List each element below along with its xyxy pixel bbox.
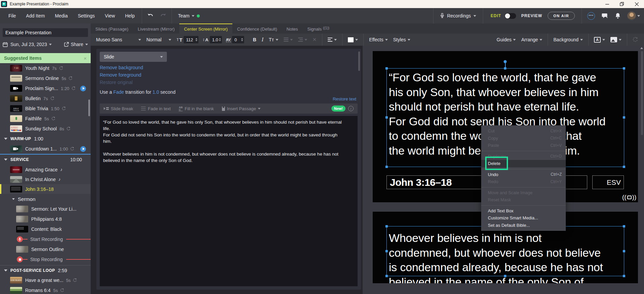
rotate-handle[interactable]	[504, 60, 507, 63]
remove-foreground-link[interactable]: Remove foreground	[100, 72, 141, 78]
info-icon[interactable]: i	[348, 106, 354, 111]
editor-scrollbar-thumb[interactable]	[358, 51, 360, 71]
line-height-input[interactable]	[212, 37, 218, 42]
minimize-icon[interactable]	[600, 0, 614, 8]
insert-image-button[interactable]	[608, 37, 624, 42]
section-service[interactable]: SERVICE 10:00	[0, 155, 91, 165]
tab-center-screen-mirror[interactable]: Center Screen (Mirror)	[179, 24, 232, 34]
context-menu-item-add-text-box[interactable]: Add Text Box	[481, 207, 566, 215]
font-size-input[interactable]	[186, 37, 195, 42]
menu-help[interactable]: Help	[120, 8, 140, 24]
presentation-date[interactable]: Sun, Jul 23, 2023	[10, 42, 47, 47]
preview-scrollbar-thumb[interactable]	[641, 51, 643, 135]
italic-button[interactable]: I	[259, 37, 266, 43]
sidebar-item-bulletin[interactable]: Bulletin 7s	[0, 93, 91, 103]
bible-version-text-box[interactable]: ESV	[592, 175, 624, 189]
tab-signals[interactable]: Signals ((1))	[303, 24, 334, 34]
letter-spacing-stepper[interactable]	[232, 36, 244, 43]
maximize-restore-icon[interactable]	[614, 0, 629, 8]
resize-handle[interactable]	[623, 275, 625, 277]
edit-preview-toggle[interactable]	[505, 13, 516, 19]
on-air-button[interactable]: ON AIR	[548, 12, 575, 20]
bold-button[interactable]: B	[250, 37, 259, 42]
play-button[interactable]	[80, 86, 86, 91]
context-menu-item-undo[interactable]: UndoCtrl+Z	[481, 171, 566, 178]
notifications-bell-icon[interactable]	[612, 13, 624, 19]
sidebar-item-start-recording[interactable]: Start Recording	[0, 234, 91, 244]
menu-view[interactable]: View	[100, 8, 120, 24]
sidebar-item-sunday-school[interactable]: Sunday School 8s	[0, 124, 91, 134]
sidebar-item-stop-recording[interactable]: Stop Recording	[0, 254, 91, 264]
context-menu-item-customize-smart-media[interactable]: Customize Smart Media...	[481, 214, 566, 222]
sidebar-item-sermon-outline[interactable]: Sermon Outline	[0, 244, 91, 254]
effects-dropdown[interactable]: Effects	[366, 37, 390, 42]
sidebar-item-bible-trivia[interactable]: Bible Trivia 1:50	[0, 103, 91, 114]
sidebar-item-amazing-grace[interactable]: Amazing Grace ♪	[0, 165, 91, 174]
resize-handle[interactable]	[385, 225, 388, 227]
chevron-down-icon[interactable]	[637, 15, 640, 17]
resize-handle[interactable]	[385, 116, 388, 119]
menu-add-item[interactable]: Add Item	[21, 8, 50, 24]
section-post-service-loop[interactable]: POST-SERVICE LOOP 2:59	[0, 265, 91, 275]
presentation-name-input[interactable]	[3, 28, 88, 37]
team-dropdown[interactable]: Team	[174, 13, 204, 18]
font-family-dropdown[interactable]: Museo Sans	[93, 37, 144, 42]
edit-target-dropdown[interactable]: Slide	[100, 52, 167, 62]
guides-dropdown[interactable]: Guides	[494, 37, 518, 42]
tab-livestream-mirror[interactable]: Livestream (Mirror)	[133, 24, 179, 34]
resize-handle[interactable]	[504, 67, 506, 70]
resize-handle[interactable]	[385, 67, 388, 70]
tab-slides-passage[interactable]: Slides (Passage)	[91, 24, 133, 34]
resize-handle[interactable]	[504, 275, 506, 277]
remove-background-link[interactable]: Remove background	[100, 65, 143, 70]
text-case-button[interactable]: Tᴛ	[266, 37, 281, 42]
resize-handle[interactable]	[623, 225, 625, 227]
font-style-dropdown[interactable]: Normal	[144, 37, 174, 42]
chat-icon[interactable]	[598, 13, 612, 19]
font-size-stepper[interactable]	[184, 36, 198, 43]
sidebar-item-have-a-great-week[interactable]: Have a great we... 5s	[0, 275, 91, 285]
play-button[interactable]	[80, 146, 86, 152]
sidebar-item-proclaim-signage[interactable]: Proclaim Sign... 1:20	[0, 83, 91, 93]
close-icon[interactable]: ×	[84, 55, 87, 61]
section-sermon[interactable]: Sermon	[0, 194, 91, 204]
close-icon[interactable]	[629, 0, 644, 8]
context-menu-item-set-as-default-bible[interactable]: Set as Default Bible...	[481, 222, 566, 229]
insert-passage-dropdown[interactable]: Insert Passage	[218, 106, 265, 111]
passage-text-editor[interactable]: “For God so loved the world, that he gav…	[100, 116, 358, 286]
tab-confidence-default[interactable]: Confidence (Default)	[232, 24, 282, 34]
redo-icon[interactable]	[157, 13, 170, 18]
tab-notes[interactable]: Notes	[282, 24, 303, 34]
scrollbar-up-arrow[interactable]	[640, 47, 643, 49]
line-height-stepper[interactable]	[210, 36, 222, 43]
sidebar-item-sermon-let-your[interactable]: Sermon: Let Your Li...	[0, 204, 91, 214]
align-dropdown[interactable]	[325, 38, 339, 42]
resize-handle[interactable]	[623, 67, 625, 70]
sidebar-item-youth-night[interactable]: 7:30 Youth Night 7s	[0, 63, 91, 73]
resize-handle[interactable]	[623, 250, 625, 252]
resize-handle[interactable]	[385, 275, 388, 277]
resize-handle[interactable]	[623, 116, 625, 119]
text-selection-box[interactable]	[386, 226, 624, 276]
sidebar-scrollbar-thumb[interactable]	[88, 99, 90, 116]
sidebar-item-countdown[interactable]: Countdown 1... 1:00	[0, 144, 91, 154]
sidebar-item-in-christ-alone[interactable]: In Christ Alone ♪	[0, 174, 91, 184]
menu-file[interactable]: File	[3, 8, 21, 24]
more-options-icon[interactable]: •••	[587, 12, 595, 20]
sidebar-item-philippians-4-8[interactable]: Philippians 4:8	[0, 214, 91, 224]
background-dropdown[interactable]: Background	[551, 37, 586, 42]
menu-settings[interactable]: Settings	[73, 8, 100, 24]
section-warm-up[interactable]: WARM-UP 1:00	[0, 134, 91, 144]
user-avatar[interactable]	[627, 11, 636, 20]
undo-icon[interactable]	[144, 13, 157, 18]
sidebar-item-john-3-16-18[interactable]: John 3:16–18	[0, 184, 91, 194]
sidebar-item-content-black[interactable]: Content: Black	[0, 224, 91, 234]
styles-dropdown[interactable]: Styles	[390, 37, 413, 42]
sidebar-item-faithlife[interactable]: Faithlife 5s	[0, 114, 91, 124]
transition-duration-link[interactable]: 1.0	[152, 89, 159, 95]
arrange-dropdown[interactable]: Arrange	[518, 37, 545, 42]
share-button[interactable]: Share	[64, 42, 88, 47]
sidebar-item-sermons-online[interactable]: Sermons Online 5s	[0, 73, 91, 83]
resize-handle[interactable]	[385, 166, 388, 168]
transition-type-link[interactable]: Fade	[113, 89, 124, 95]
